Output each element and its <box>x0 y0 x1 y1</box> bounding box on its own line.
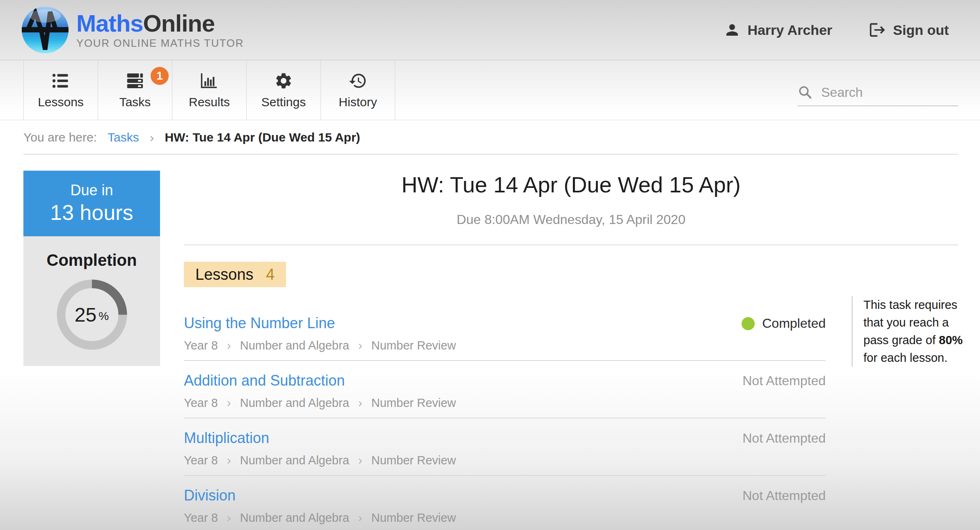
path-segment: Year 8 <box>184 509 218 526</box>
tasks-count-badge: 1 <box>151 67 169 85</box>
search-box[interactable] <box>797 79 958 106</box>
tab-lessons[interactable]: Lessons <box>23 60 98 120</box>
path-segment: Number Review <box>371 452 456 468</box>
due-label: Due in <box>70 182 113 199</box>
lessons-section-badge: Lessons 4 <box>184 262 286 287</box>
app-header: MathsOnline YOUR ONLINE MATHS TUTOR Harr… <box>0 0 980 60</box>
tab-settings-label: Settings <box>261 95 306 109</box>
path-separator: › <box>358 509 362 526</box>
history-clock-icon <box>348 71 367 90</box>
search-icon <box>797 85 813 100</box>
lesson-status-label: Not Attempted <box>742 373 826 388</box>
lesson-status: Not Attempted <box>742 431 826 446</box>
note-text-after: for each lesson. <box>863 351 948 364</box>
header-user-area: Harry Archer Sign out <box>724 21 949 39</box>
path-separator: › <box>358 337 362 354</box>
completion-title: Completion <box>47 251 137 270</box>
due-countdown-box: Due in 13 hours <box>23 171 160 236</box>
lesson-row: Addition and Subtraction Not Attempted Y… <box>184 361 826 418</box>
breadcrumb-prefix: You are here: <box>23 130 97 144</box>
tab-lessons-label: Lessons <box>38 95 84 109</box>
brand-logo[interactable]: MathsOnline YOUR ONLINE MATHS TUTOR <box>21 6 244 54</box>
bar-chart-icon <box>200 71 219 90</box>
main-region: Due in 13 hours Completion 25 % HW <box>0 155 980 530</box>
path-segment: Number and Algebra <box>240 452 349 468</box>
lesson-row: Using the Number Line Completed Year 8›N… <box>184 304 826 361</box>
path-segment: Number and Algebra <box>240 395 349 411</box>
nav-tabs: Lessons Tasks 1 Results <box>23 60 395 120</box>
lesson-path: Year 8›Number and Algebra›Number Review <box>184 452 826 468</box>
sign-out-label: Sign out <box>893 22 949 38</box>
user-name: Harry Archer <box>747 22 832 38</box>
person-icon <box>724 21 741 39</box>
maths-online-logo-icon <box>21 6 69 54</box>
lesson-status-label: Completed <box>762 316 826 331</box>
lesson-row: Division Not Attempted Year 8›Number and… <box>184 476 826 530</box>
page-title: HW: Tue 14 Apr (Due Wed 15 Apr) <box>184 172 958 197</box>
breadcrumb-link-tasks[interactable]: Tasks <box>108 130 139 144</box>
sign-out-icon <box>868 21 886 39</box>
task-due-subtitle: Due 8:00AM Wednesday, 15 April 2020 <box>184 212 958 227</box>
tab-tasks[interactable]: Tasks 1 <box>98 60 172 120</box>
path-segment: Number and Algebra <box>240 509 349 526</box>
lesson-path: Year 8›Number and Algebra›Number Review <box>184 337 826 354</box>
note-bold-value: 80% <box>939 334 963 347</box>
path-segment: Year 8 <box>184 337 218 354</box>
lesson-title-link[interactable]: Using the Number Line <box>184 314 335 332</box>
tab-settings[interactable]: Settings <box>247 60 321 120</box>
path-separator: › <box>227 509 231 526</box>
path-segment: Number Review <box>371 509 456 526</box>
lesson-status: Not Attempted <box>742 373 826 388</box>
path-segment: Number Review <box>371 395 456 411</box>
lesson-status: Not Attempted <box>742 488 826 503</box>
lessons-count: 4 <box>266 266 275 283</box>
main-nav: Lessons Tasks 1 Results <box>0 60 980 120</box>
lessons-badge-label: Lessons <box>195 266 254 283</box>
lesson-status: Completed <box>742 316 826 331</box>
tab-history[interactable]: History <box>321 60 395 120</box>
tab-history-label: History <box>339 95 377 109</box>
completion-box: Completion 25 % <box>23 236 160 366</box>
path-segment: Year 8 <box>184 452 218 468</box>
breadcrumb: You are here: Tasks › HW: Tue 14 Apr (Du… <box>0 120 980 155</box>
lesson-path: Year 8›Number and Algebra›Number Review <box>184 509 826 526</box>
tab-tasks-label: Tasks <box>119 95 151 109</box>
path-segment: Number and Algebra <box>240 337 349 354</box>
path-segment: Number Review <box>371 337 456 354</box>
completed-dot <box>742 317 755 330</box>
path-segment: Year 8 <box>184 395 218 411</box>
tab-results[interactable]: Results <box>172 60 247 120</box>
task-content: HW: Tue 14 Apr (Due Wed 15 Apr) Due 8:00… <box>184 155 958 530</box>
page: MathsOnline YOUR ONLINE MATHS TUTOR Harr… <box>0 0 980 530</box>
pass-grade-note: This task requires that you reach a pass… <box>852 296 964 367</box>
gear-icon <box>274 71 293 90</box>
path-separator: › <box>358 395 362 411</box>
breadcrumb-current: HW: Tue 14 Apr (Due Wed 15 Apr) <box>165 130 360 144</box>
path-separator: › <box>227 337 231 354</box>
title-divider <box>184 244 958 245</box>
path-separator: › <box>358 452 362 468</box>
lesson-list: Using the Number Line Completed Year 8›N… <box>184 304 826 530</box>
tasks-stack-icon <box>126 71 144 90</box>
brand-name: MathsOnline <box>76 11 244 36</box>
lesson-title-link[interactable]: Addition and Subtraction <box>184 372 345 390</box>
chevron-right-icon: › <box>150 130 154 145</box>
sign-out-button[interactable]: Sign out <box>868 21 949 39</box>
lesson-status-label: Not Attempted <box>742 431 826 446</box>
completion-donut: 25 % <box>56 279 128 351</box>
brand-tagline: YOUR ONLINE MATHS TUTOR <box>76 37 244 50</box>
completion-percent-value: 25 <box>75 304 96 326</box>
lesson-title-link[interactable]: Multiplication <box>184 429 269 447</box>
lesson-path: Year 8›Number and Algebra›Number Review <box>184 395 826 411</box>
path-separator: › <box>227 452 231 468</box>
lesson-status-label: Not Attempted <box>742 488 826 503</box>
completion-percent-sign: % <box>98 310 109 323</box>
brand-text: MathsOnline YOUR ONLINE MATHS TUTOR <box>76 11 244 50</box>
user-menu[interactable]: Harry Archer <box>724 21 832 39</box>
completion-percent: 25 % <box>56 279 128 351</box>
task-summary-sidebar: Due in 13 hours Completion 25 % <box>23 171 160 366</box>
lesson-row: Multiplication Not Attempted Year 8›Numb… <box>184 418 826 476</box>
due-value: 13 hours <box>50 201 133 225</box>
search-input[interactable] <box>820 85 958 101</box>
lesson-title-link[interactable]: Division <box>184 487 236 505</box>
